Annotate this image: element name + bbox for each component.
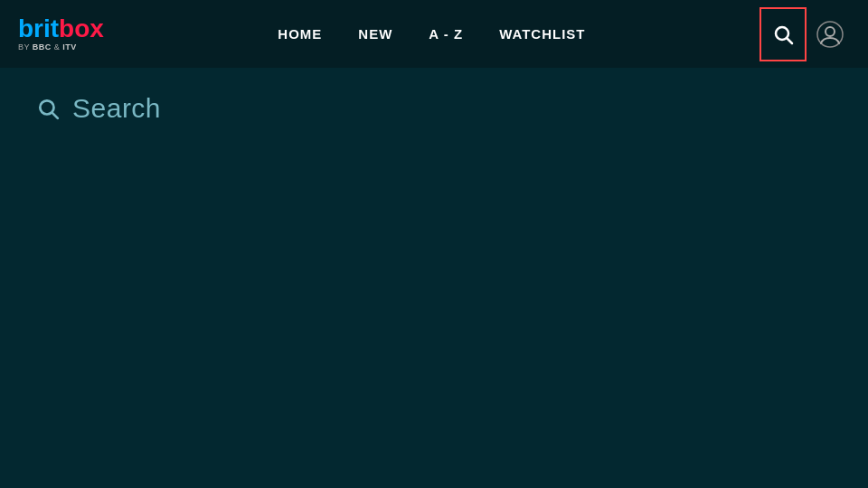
search-row: Search [36, 93, 832, 124]
svg-line-5 [52, 113, 58, 118]
nav-watchlist[interactable]: WATCHLIST [499, 26, 585, 42]
logo-brit: brit [18, 16, 59, 42]
search-label[interactable]: Search [72, 93, 161, 124]
user-icon [816, 20, 844, 49]
logo-box: box [59, 16, 104, 42]
header-icons [760, 7, 850, 61]
nav-home[interactable]: HOME [278, 26, 322, 42]
nav-a-z[interactable]: A - Z [429, 26, 463, 42]
nav-links: HOME NEW A - Z WATCHLIST [278, 26, 585, 42]
user-account-button[interactable] [810, 14, 850, 54]
header: britbox BY BBC & ITV HOME NEW A - Z WATC… [0, 0, 868, 68]
nav-new[interactable]: NEW [358, 26, 392, 42]
svg-line-1 [787, 38, 792, 43]
svg-point-3 [826, 27, 835, 36]
logo-text: britbox [18, 16, 104, 42]
logo-byline: BY BBC & ITV [18, 43, 77, 52]
main-content: Search [0, 68, 868, 488]
search-icon-main [36, 97, 60, 120]
search-icon [772, 23, 794, 45]
logo[interactable]: britbox BY BBC & ITV [18, 16, 104, 52]
search-button[interactable] [760, 7, 807, 61]
